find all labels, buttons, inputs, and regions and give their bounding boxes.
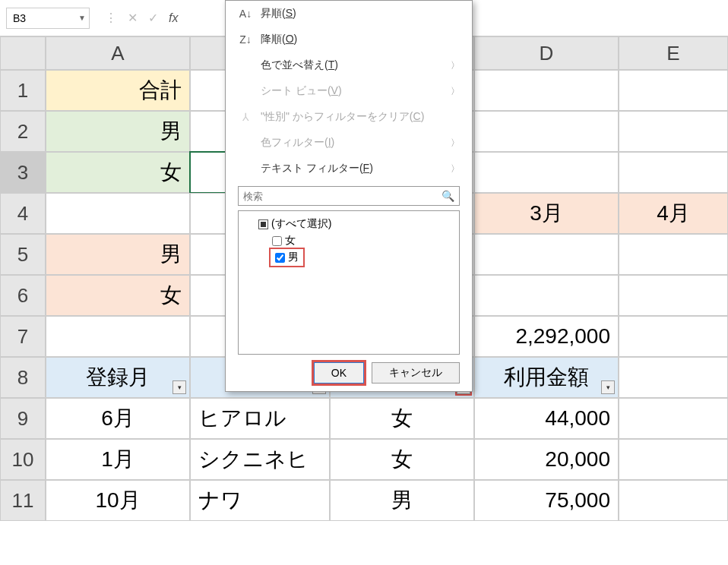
cell-E6[interactable] <box>619 275 728 316</box>
cell-C9[interactable]: 女 <box>330 398 474 439</box>
cell-E10[interactable] <box>619 439 728 480</box>
sort-desc-icon: Z↓ <box>238 33 253 46</box>
filter-dropdown-panel: A↓ 昇順(S) Z↓ 降順(O) 色で並べ替え(T) 〉 シート ビュー(V)… <box>225 0 473 392</box>
name-box-value: B3 <box>13 12 26 24</box>
cell-E2[interactable] <box>619 111 728 152</box>
sort-ascending-item[interactable]: A↓ 昇順(S) <box>226 1 472 27</box>
sort-by-color-item[interactable]: 色で並べ替え(T) 〉 <box>226 52 472 78</box>
tristate-checkbox-icon[interactable] <box>258 219 268 229</box>
fx-icon[interactable]: fx <box>169 11 178 25</box>
col-header-E[interactable]: E <box>619 36 728 70</box>
cell-C10[interactable]: 女 <box>330 439 474 480</box>
cell-E11[interactable] <box>619 480 728 521</box>
cell-C11[interactable]: 男 <box>330 480 474 521</box>
cell-B10[interactable]: シクニネヒ <box>190 439 330 480</box>
text-filter-item[interactable]: テキスト フィルター(F) 〉 <box>226 156 472 181</box>
sheet-view-item: シート ビュー(V) 〉 <box>226 78 472 104</box>
row-header-6[interactable]: 6 <box>0 275 46 316</box>
cancel-x-icon[interactable]: ✕ <box>128 11 138 25</box>
chevron-right-icon: 〉 <box>451 59 460 72</box>
cell-A7[interactable] <box>46 316 190 357</box>
cell-E3[interactable] <box>619 152 728 193</box>
cell-D6[interactable] <box>474 275 619 316</box>
row-header-2[interactable]: 2 <box>0 111 46 152</box>
col-header-A[interactable]: A <box>46 36 190 70</box>
sort-descending-item[interactable]: Z↓ 降順(O) <box>226 27 472 52</box>
cell-A2[interactable]: 男 <box>46 111 190 152</box>
cell-D4[interactable]: 3月 <box>474 193 619 234</box>
filter-values-tree: (すべて選択) 女 男 <box>238 210 460 355</box>
select-all-label: (すべて選択) <box>271 217 331 231</box>
row-header-3[interactable]: 3 <box>0 152 46 193</box>
filter-option-female[interactable]: 女 <box>243 232 454 249</box>
cell-E7[interactable] <box>619 316 728 357</box>
cell-E1[interactable] <box>619 70 728 111</box>
row-header-8[interactable]: 8 <box>0 357 46 398</box>
header-label: 登録月 <box>86 363 150 392</box>
filter-option-label: 女 <box>285 234 296 248</box>
cell-A4[interactable] <box>46 193 190 234</box>
clear-filter-item: ⅄ "性別" からフィルターをクリア(C) <box>226 104 472 130</box>
checkbox-male[interactable] <box>275 253 285 263</box>
filter-button-D[interactable]: ▾ <box>601 380 615 394</box>
col-header-D[interactable]: D <box>474 36 619 70</box>
cell-E4[interactable]: 4月 <box>619 193 728 234</box>
color-filter-item: 色フィルター(I) 〉 <box>226 130 472 156</box>
cell-A5[interactable]: 男 <box>46 234 190 275</box>
cell-D3[interactable] <box>474 152 619 193</box>
name-box-dropdown-icon[interactable]: ▼ <box>78 14 86 22</box>
ok-button[interactable]: OK <box>314 362 364 384</box>
row-header-10[interactable]: 10 <box>0 439 46 480</box>
filter-search-input[interactable] <box>243 191 442 202</box>
cell-B11[interactable]: ナワ <box>190 480 330 521</box>
cell-D10[interactable]: 20,000 <box>474 439 619 480</box>
select-all-row[interactable]: (すべて選択) <box>243 216 454 232</box>
cell-A9[interactable]: 6月 <box>46 398 190 439</box>
cell-D7[interactable]: 2,292,000 <box>474 316 619 357</box>
header-label: 利用金額 <box>504 363 589 392</box>
chevron-right-icon: 〉 <box>451 137 460 150</box>
filter-search-box[interactable]: 🔍 <box>238 186 460 206</box>
row-header-4[interactable]: 4 <box>0 193 46 234</box>
cell-B9[interactable]: ヒアロル <box>190 398 330 439</box>
search-icon: 🔍 <box>442 190 454 202</box>
cell-D11[interactable]: 75,000 <box>474 480 619 521</box>
cell-D2[interactable] <box>474 111 619 152</box>
cell-D8[interactable]: 利用金額 ▾ <box>474 357 619 398</box>
filter-option-male[interactable]: 男 <box>243 249 454 266</box>
select-all-corner[interactable] <box>0 36 46 70</box>
confirm-check-icon[interactable]: ✓ <box>148 11 158 25</box>
row-header-7[interactable]: 7 <box>0 316 46 357</box>
sort-asc-icon: A↓ <box>238 8 253 20</box>
filter-option-label: 男 <box>288 251 299 264</box>
cell-E9[interactable] <box>619 398 728 439</box>
cell-A8[interactable]: 登録月 ▾ <box>46 357 190 398</box>
cell-D5[interactable] <box>474 234 619 275</box>
cell-A6[interactable]: 女 <box>46 275 190 316</box>
cell-A3[interactable]: 女 <box>46 152 190 193</box>
cell-A10[interactable]: 1月 <box>46 439 190 480</box>
formula-bar-icons: ⋮ ✕ ✓ fx <box>105 11 178 25</box>
cell-E8[interactable] <box>619 357 728 398</box>
cell-A1[interactable]: 合計 <box>46 70 190 111</box>
row-header-5[interactable]: 5 <box>0 234 46 275</box>
cell-E5[interactable] <box>619 234 728 275</box>
chevron-right-icon: 〉 <box>451 85 460 98</box>
row-header-9[interactable]: 9 <box>0 398 46 439</box>
filter-button-row: OK キャンセル <box>226 355 472 384</box>
funnel-clear-icon: ⅄ <box>238 111 253 123</box>
name-box[interactable]: B3 ▼ <box>6 8 90 29</box>
row-header-1[interactable]: 1 <box>0 70 46 111</box>
cancel-button[interactable]: キャンセル <box>372 362 460 384</box>
cell-A11[interactable]: 10月 <box>46 480 190 521</box>
checkbox-female[interactable] <box>272 236 282 246</box>
filter-button-A[interactable]: ▾ <box>173 380 186 394</box>
cell-D1[interactable] <box>474 70 619 111</box>
ellipsis-icon: ⋮ <box>105 11 117 25</box>
cell-D9[interactable]: 44,000 <box>474 398 619 439</box>
row-header-11[interactable]: 11 <box>0 480 46 521</box>
chevron-right-icon: 〉 <box>451 163 460 175</box>
